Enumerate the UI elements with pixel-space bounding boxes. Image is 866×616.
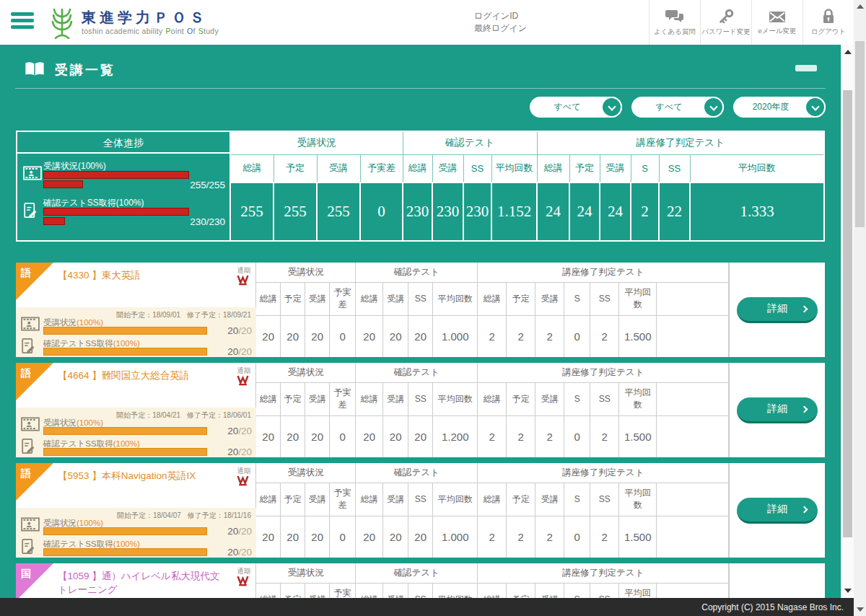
course-card: 語 【4664 】難関国立大総合英語 通期 開始予定：18/04/21修了予定：… [16,363,255,457]
col-header: 受講 [535,282,564,315]
col-header: 予定 [507,483,535,516]
col-header: 受講 [383,282,408,315]
header-divider [15,88,826,89]
course-progress-panel: 開始予定：18/04/07修了予定：18/11/16 受講状況(100%) 20… [16,508,256,558]
top-action-buttons: よくある質問 パスワード変更 [649,0,854,45]
stat-value: 24 [600,182,631,241]
menu-icon[interactable] [11,12,34,32]
stat-value: 255 [317,182,360,241]
stat-value: 2 [590,516,619,558]
stat-value: 2 [535,315,564,357]
subject-label: 国 [21,568,31,581]
brand-logo: 東進学力ＰＯＳ toshin academic abilityPointOfSt… [48,6,219,39]
action-label: よくある質問 [654,27,696,37]
inner-scrollbar[interactable] [841,45,854,598]
overall-summary: 全体進捗 [16,131,841,242]
chevron-down-icon [703,97,724,118]
collapse-section-button[interactable] [795,65,817,71]
scroll-down-arrow-icon[interactable] [857,607,864,612]
film-icon [23,165,42,181]
page-header: 受講一覧 [0,45,841,79]
stat-value: 0 [330,516,356,558]
app-window: 東進学力ＰＯＳ toshin academic abilityPointOfSt… [0,0,866,616]
progress-fraction: 20/20 [227,325,252,336]
chat-icon [665,8,684,25]
col-header: 予実差 [330,282,356,315]
col-header: 平均回数 [690,154,824,182]
scroll-down-arrow-icon[interactable] [844,589,852,593]
filter-subject-select[interactable]: すべて [530,97,622,118]
detail-cell: 詳細 [729,263,825,357]
chevron-right-icon [801,305,808,312]
detail-button[interactable]: 詳細 [737,297,818,323]
col-header: SS [408,282,433,315]
scroll-up-arrow-icon[interactable] [857,4,864,9]
col-header: 平均回数 [619,483,657,516]
subject-corner: 語 [16,463,53,501]
col-header: 予定 [507,282,535,315]
page-title: 受講一覧 [55,61,115,79]
outer-scrollbar[interactable] [854,0,866,616]
stat-value: 2 [478,415,507,457]
filter-year-select[interactable]: 2020年度 [733,97,826,118]
col-header: S [564,382,590,415]
progress-bar [43,448,207,456]
inner-scrollbar-thumb[interactable] [843,90,852,537]
col-header: S [564,483,590,516]
col-header: 総講 [356,282,383,315]
col-header: SS [590,483,619,516]
stat-value: 20 [305,415,330,457]
stat-value: 255 [274,182,317,241]
overall-progress-card: 全体進捗 [17,131,230,241]
progress-bar [43,327,207,335]
col-header: 平均回数 [619,382,657,415]
scroll-up-arrow-icon[interactable] [844,50,852,54]
change-email-button[interactable]: eメール変更 [751,0,802,45]
stat-value: 1.333 [690,182,824,241]
stat-value: 230 [463,182,491,241]
filter-status-select[interactable]: すべて [631,97,724,118]
stat-value: 0 [564,415,590,457]
spacer-cell [657,483,729,516]
spacer-cell [657,415,729,457]
book-icon [24,61,45,79]
spacer-cell [657,282,729,315]
stat-value: 2 [535,415,564,457]
footer: Copyright (C) 2015 Nagase Bros Inc. [0,598,854,616]
course-row: 語 【4664 】難関国立大総合英語 通期 開始予定：18/04/21修了予定：… [16,363,825,457]
col-header: 総講 [256,483,281,516]
logout-button[interactable]: ログアウト [802,0,854,45]
progress-bar-sub [43,180,83,188]
progress-bar-main [43,208,189,216]
stat-value: 20 [256,315,281,357]
progress-fraction: 20/20 [227,547,252,558]
col-header: SS [659,154,690,182]
col-header: 総講 [256,282,281,315]
detail-button[interactable]: 詳細 [737,397,818,423]
col-group-header: 確認テスト [356,463,478,483]
stat-value: 24 [537,182,569,241]
col-header: 予定 [281,382,305,415]
detail-cell: 詳細 [729,363,825,457]
stat-value: 2 [590,315,619,357]
chevron-right-icon [801,506,808,513]
col-header: SS [408,382,433,415]
detail-button[interactable]: 詳細 [737,498,818,524]
test-doc-icon [21,338,36,355]
stat-value: 20 [281,315,305,357]
main-content: 受講一覧 すべて すべて 2020年度 [0,45,841,616]
stat-value: 20 [256,516,281,558]
action-label: eメール変更 [758,27,796,36]
top-bar: 東進学力ＰＯＳ toshin academic abilityPointOfSt… [0,0,854,45]
col-header: S [564,282,590,315]
col-header: 受講 [383,483,408,516]
course-stats-table: 受講状況確認テスト講座修了判定テスト 総講予定受講予実差総講受講SS平均回数総講… [255,363,729,457]
stat-value: 20 [383,315,408,357]
col-header: 総講 [537,154,569,182]
progress-fraction: 255/255 [190,180,225,190]
change-password-button[interactable]: パスワード変更 [700,0,751,45]
outer-scrollbar-thumb[interactable] [855,41,865,227]
col-group-header: 確認テスト [356,363,478,382]
faq-button[interactable]: よくある質問 [649,0,700,45]
course-stats-table: 受講状況確認テスト講座修了判定テスト 総講予定受講予実差総講受講SS平均回数総講… [255,463,729,558]
